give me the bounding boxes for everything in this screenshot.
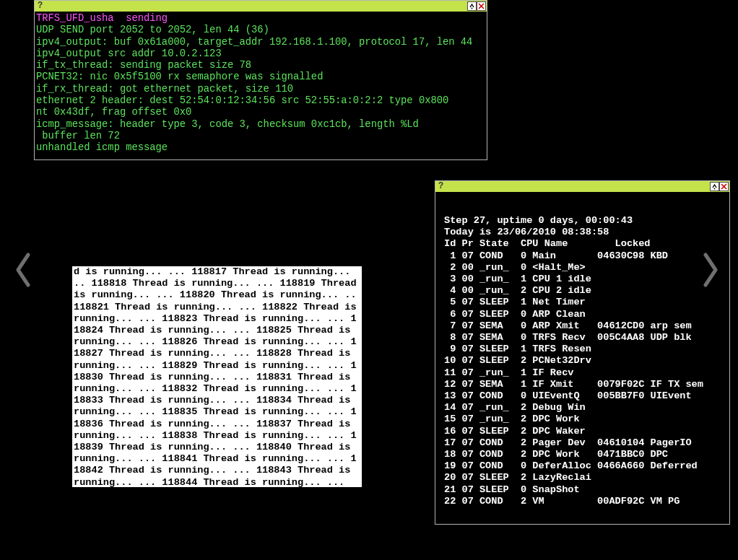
monitor-date: Today is 23/06/2010 08:38:58 xyxy=(444,227,609,237)
log-line: UDP SEND port 2052 to 2052, len 44 (36) xyxy=(36,25,269,35)
thread-monitor-window: ? Step 27, uptime 0 days, 00:00:43 Today… xyxy=(435,180,730,525)
table-row: 15 07 _run_ 2 DPC Work xyxy=(444,414,580,424)
table-row: 21 07 SLEEP 0 SnapShot xyxy=(444,484,580,495)
table-row: 2 00 _run_ 0 <Halt_Me> xyxy=(444,262,586,273)
prev-slide-button[interactable] xyxy=(9,250,38,290)
table-row: 11 07 _run_ 1 IF Recv xyxy=(444,367,573,378)
log-line-header: TRFS_UFD_usha sending xyxy=(36,13,168,24)
window-title: ? xyxy=(438,181,443,191)
table-row: 19 07 COND 0 DeferAlloc 0466A660 Deferre… xyxy=(444,460,698,471)
monitor-header: Step 27, uptime 0 days, 00:00:43 xyxy=(444,215,633,226)
network-log-titlebar[interactable]: ? xyxy=(35,1,487,12)
log-line: unhandled icmp message xyxy=(36,142,168,153)
svg-point-0 xyxy=(472,8,473,9)
log-line: ethernet 2 header: dest 52:54:0:12:34:56… xyxy=(36,95,448,106)
table-row: 1 07 COND 0 Main 04630C98 KBD xyxy=(444,250,668,261)
log-line: nt 0x43df, frag offset 0x0 xyxy=(36,107,191,118)
network-log-window: ? TRFS_UFD_usha sending UDP SEND port 20… xyxy=(34,0,487,160)
table-row: 18 07 COND 2 DPC Work 0471BBC0 DPC xyxy=(444,449,668,460)
table-row: 20 07 SLEEP 2 LazyReclai xyxy=(444,472,591,483)
table-row: 8 07 SEMA 0 TRFS Recv 005C4AA8 UDP blk xyxy=(444,332,692,343)
table-row: 17 07 COND 2 Pager Dev 04610104 PagerIO xyxy=(444,437,692,448)
table-row: 14 07 _run_ 2 Debug Win xyxy=(444,402,586,413)
log-line: if_rx_thread: got ethernet packet, size … xyxy=(36,84,293,95)
table-row: 13 07 COND 0 UIEventQ 005BB7F0 UIEvent xyxy=(444,390,692,401)
thread-monitor-titlebar[interactable]: ? xyxy=(435,181,729,192)
table-row: 12 07 SEMA 1 IF Xmit 0079F02C IF TX sem xyxy=(444,379,703,390)
table-row: 6 07 SLEEP 0 ARP Clean xyxy=(444,309,586,320)
table-row: 3 00 _run_ 1 CPU 1 idle xyxy=(444,274,591,284)
thread-monitor-body: Step 27, uptime 0 days, 00:00:43 Today i… xyxy=(435,192,729,512)
thread-log-text: d is running... ... 118817 Thread is run… xyxy=(72,266,362,487)
log-line: PCNET32: nic 0x5f5100 rx semaphore was s… xyxy=(36,71,323,82)
monitor-columns: Id Pr State CPU Name Locked xyxy=(444,238,651,249)
close-icon[interactable] xyxy=(719,182,729,191)
window-controls xyxy=(710,182,729,191)
table-row: 7 07 SEMA 0 ARP Xmit 04612CD0 arp sem xyxy=(444,320,692,331)
window-title: ? xyxy=(38,1,43,11)
table-row: 4 00 _run_ 2 CPU 2 idle xyxy=(444,285,591,296)
maximize-icon[interactable] xyxy=(467,1,477,11)
log-line: icmp_message: header type 3, code 3, che… xyxy=(36,119,419,130)
close-icon[interactable] xyxy=(477,1,486,11)
thread-log-panel: d is running... ... 118817 Thread is run… xyxy=(72,266,362,487)
next-slide-button[interactable] xyxy=(696,250,725,290)
table-row: 5 07 SLEEP 1 Net Timer xyxy=(444,297,586,307)
maximize-icon[interactable] xyxy=(710,182,719,191)
svg-point-3 xyxy=(714,188,716,190)
log-line: buffer len 72 xyxy=(36,131,120,141)
table-row: 22 07 COND 2 VM 00ADF92C VM PG xyxy=(444,496,680,507)
log-line: ipv4_output: buf 0x61a000, target_addr 1… xyxy=(36,37,472,48)
log-line: if_tx_thread: sending packet size 78 xyxy=(36,60,251,71)
table-row: 10 07 SLEEP 2 PCNet32Drv xyxy=(444,355,591,366)
window-controls xyxy=(467,1,486,11)
log-line: ipv4_output src addr 10.0.2.123 xyxy=(36,48,222,59)
network-log-body: TRFS_UFD_usha sending UDP SEND port 2052… xyxy=(35,12,487,156)
table-row: 9 07 SLEEP 1 TRFS Resen xyxy=(444,344,591,354)
table-row: 16 07 SLEEP 2 DPC Waker xyxy=(444,426,586,437)
